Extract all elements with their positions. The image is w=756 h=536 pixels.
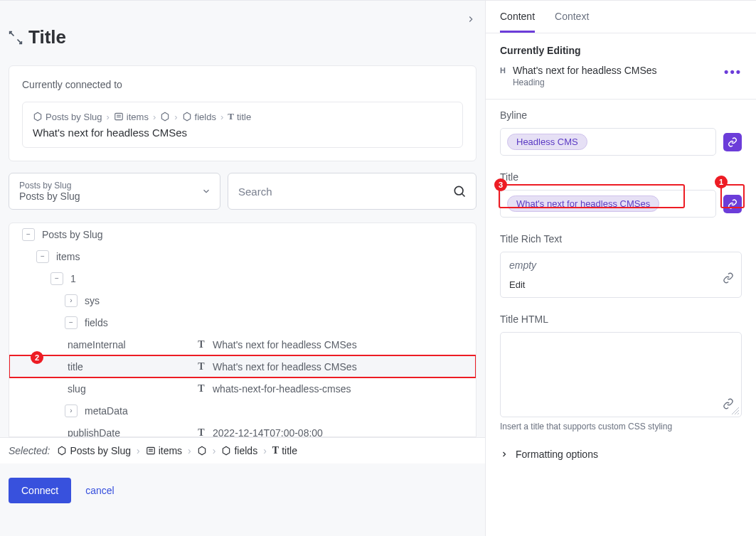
tree-leaf[interactable]: publishDateT2022-12-14T07:00-08:00 (9, 422, 476, 436)
page-title: Title (28, 26, 66, 48)
type-text-icon: T (196, 361, 207, 372)
chevron-right-icon (500, 450, 509, 459)
connection-panel: Title Currently connected to Posts by Sl… (0, 0, 486, 536)
tree-node-label: title (68, 361, 83, 372)
tree-node-value: What's next for headless CMSes (213, 361, 357, 372)
svg-marker-15 (223, 446, 230, 455)
tree-branch[interactable]: −fields (9, 311, 476, 333)
hex-icon (197, 446, 207, 456)
title-link-button[interactable] (723, 195, 742, 213)
collapse-panel-button[interactable] (462, 11, 479, 28)
byline-field: Byline Headless CMS (486, 100, 756, 161)
svg-line-1 (18, 39, 22, 43)
tree-node-label: sys (85, 295, 100, 306)
type-text-icon: T (196, 427, 207, 437)
tree-node-label: 1 (70, 273, 76, 284)
hex-icon (182, 112, 192, 122)
byline-pill[interactable]: Headless CMS (507, 134, 587, 150)
tree-node-label: Posts by Slug (42, 229, 103, 240)
tree-node-value: 2022-12-14T07:00-08:00 (213, 427, 323, 437)
tree-node-label: nameInternal (68, 339, 126, 350)
formatting-options-toggle[interactable]: Formatting options (486, 437, 756, 471)
expander-icon[interactable]: − (22, 228, 35, 241)
title-rich-text-field: Title Rich Text empty Edit (486, 223, 756, 304)
expander-icon[interactable]: › (65, 404, 78, 417)
tree-node-label: slug (68, 383, 86, 395)
html-help-text: Insert a title that supports custom CSS … (500, 422, 742, 432)
source-dropdown[interactable]: Posts by Slug Posts by Slug (9, 173, 220, 210)
svg-line-9 (462, 194, 465, 197)
data-tree: −Posts by Slug−items−1›sys−fieldsnameInt… (9, 223, 477, 437)
expander-icon[interactable]: − (50, 272, 63, 285)
link-icon[interactable] (723, 272, 734, 284)
svg-point-8 (454, 186, 463, 195)
breadcrumb-box: Posts by Slug › items › › fields › T tit… (22, 102, 463, 148)
tree-leaf[interactable]: nameInternalTWhat's next for headless CM… (9, 333, 476, 355)
tree-node-value: What's next for headless CMSes (213, 339, 357, 350)
properties-panel: Content Context Currently Editing H What… (486, 0, 756, 536)
tree-leaf[interactable]: titleTWhat's next for headless CMSes (9, 355, 476, 377)
callout-badge-3: 3 (494, 178, 507, 191)
svg-marker-7 (183, 112, 190, 121)
rich-text-box[interactable]: empty Edit (500, 252, 742, 298)
tree-branch[interactable]: −Posts by Slug (9, 223, 476, 245)
tree-node-value: whats-next-for-headless-cmses (213, 383, 351, 395)
cancel-button[interactable]: cancel (85, 485, 114, 496)
search-icon (452, 184, 467, 198)
tab-content[interactable]: Content (500, 11, 535, 33)
editing-type: Heading (513, 77, 717, 87)
title-html-field: Title HTML Insert a title that supports … (486, 304, 756, 437)
html-textarea[interactable] (500, 332, 742, 417)
tree-node-label: fields (85, 317, 108, 328)
tree-leaf[interactable]: slugTwhats-next-for-headless-cmses (9, 377, 476, 400)
hex-icon (160, 112, 170, 122)
expander-icon[interactable]: › (65, 294, 78, 307)
search-input[interactable] (228, 173, 477, 210)
more-options-button[interactable]: ••• (724, 65, 742, 80)
hex-icon (57, 446, 67, 456)
rich-text-edit-button[interactable]: Edit (509, 279, 733, 290)
editing-name: What's next for headless CMSes (513, 65, 717, 76)
list-icon (146, 446, 156, 456)
expander-icon[interactable]: − (65, 316, 78, 329)
title-field: Title What's next for headless CMSes 3 1 (486, 161, 756, 223)
svg-marker-6 (162, 112, 169, 121)
callout-badge-1: 1 (715, 176, 728, 188)
hex-icon (33, 112, 43, 122)
svg-marker-10 (59, 446, 65, 455)
svg-marker-2 (34, 112, 41, 121)
resize-handle-icon[interactable] (731, 407, 740, 415)
connect-button[interactable]: Connect (9, 478, 71, 503)
heading-badge: H (500, 65, 506, 75)
type-text-icon: T (196, 383, 207, 395)
tab-context[interactable]: Context (555, 11, 589, 33)
selected-path: Selected: Posts by Slug › items › › fiel… (0, 437, 485, 463)
svg-marker-14 (198, 446, 205, 455)
title-pill[interactable]: What's next for headless CMSes (507, 195, 659, 212)
tree-node-label: metaData (85, 405, 128, 417)
list-icon (114, 112, 124, 122)
tree-node-label: publishDate (68, 427, 120, 437)
chevron-down-icon (201, 186, 211, 196)
hex-icon (221, 446, 231, 456)
tree-branch[interactable]: ›sys (9, 289, 476, 311)
breadcrumb-value: What's next for headless CMSes (33, 127, 452, 139)
currently-editing-section: Currently Editing H What's next for head… (486, 33, 756, 100)
type-text-icon: T (196, 339, 207, 350)
breadcrumb: Posts by Slug › items › › fields › T tit… (33, 111, 452, 122)
collapse-icon (9, 31, 23, 45)
connected-label: Currently connected to (22, 79, 463, 90)
svg-line-0 (10, 31, 14, 36)
callout-badge-2: 2 (31, 351, 43, 364)
tree-branch[interactable]: ›metaData (9, 400, 476, 422)
tree-node-label: items (56, 251, 80, 262)
connected-card: Currently connected to Posts by Slug › i… (9, 65, 477, 161)
expander-icon[interactable]: − (36, 250, 49, 263)
byline-link-button[interactable] (723, 133, 742, 151)
tree-branch[interactable]: −items (9, 245, 476, 267)
tree-branch[interactable]: −1 (9, 267, 476, 289)
panel-tabs: Content Context (486, 1, 756, 33)
page-title-row: Title (0, 1, 485, 65)
